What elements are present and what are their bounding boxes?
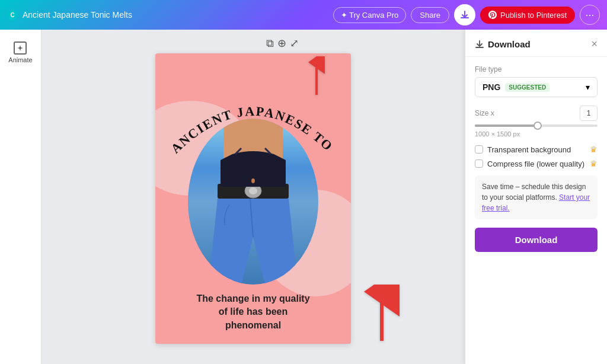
size-input[interactable]	[580, 106, 598, 121]
panel-title-row: Download	[475, 39, 531, 49]
svg-marker-0	[17, 45, 23, 51]
red-up-arrow-bottom	[361, 285, 402, 344]
canva-logo: C	[7, 9, 18, 20]
share-button[interactable]: Share	[411, 7, 449, 23]
pinterest-label: Publish to Pinterest	[500, 11, 567, 20]
chevron-down-icon: ▾	[586, 82, 590, 92]
duplicate-tool-button[interactable]: ⊕	[277, 37, 286, 50]
size-row: Size x	[475, 106, 598, 121]
suggested-badge: SUGGESTED	[505, 83, 550, 92]
share-label: Share	[420, 11, 440, 20]
bottom-text: The change in my quality of life has bee…	[194, 292, 312, 332]
transparent-bg-checkbox[interactable]	[475, 145, 483, 154]
try-canva-label: ✦ Try Canva Pro	[341, 11, 399, 20]
promo-box: Save time – schedule this design to your…	[475, 175, 598, 219]
panel-body: File type PNG SUGGESTED ▾ Size x	[465, 57, 607, 260]
nav-title: Ancient Japanese Tonic Melts	[23, 10, 132, 20]
compress-checkbox[interactable]	[475, 159, 483, 168]
transparent-bg-left: Transparent background	[475, 145, 571, 154]
file-type-label: File type	[475, 65, 598, 74]
oval-image	[188, 119, 318, 285]
size-slider-container[interactable]	[475, 124, 598, 127]
body-illustration	[188, 119, 318, 285]
size-slider-fill	[475, 124, 536, 127]
transparent-bg-row: Transparent background ♛	[475, 145, 598, 154]
panel-header: Download ×	[465, 30, 607, 57]
compress-crown-icon: ♛	[590, 159, 598, 168]
file-type-value: PNG	[483, 82, 500, 92]
annotation-arrow-top	[302, 56, 331, 100]
transparent-bg-crown-icon: ♛	[590, 145, 598, 154]
copy-tool-button[interactable]: ⧉	[266, 37, 274, 50]
download-panel: Download × File type PNG SUGGESTED ▾ Siz…	[465, 30, 607, 364]
top-nav: C Ancient Japanese Tonic Melts ✦ Try Can…	[0, 0, 607, 30]
nav-right: ✦ Try Canva Pro Share Publish to Pintere…	[333, 4, 600, 25]
svg-point-6	[251, 178, 255, 183]
file-type-select[interactable]: PNG SUGGESTED ▾	[475, 77, 598, 97]
download-icon	[460, 10, 469, 20]
sparkle-icon	[17, 44, 24, 52]
size-px-label: 1000 × 1500 px	[475, 130, 598, 138]
animate-icon	[14, 41, 27, 55]
size-slider-thumb[interactable]	[533, 122, 542, 130]
svg-point-5	[249, 187, 257, 194]
file-type-left: PNG SUGGESTED	[483, 82, 550, 92]
main-area: Animate ⧉ ⊕ ⤢ ANCIENT JAPANESE TONIC M	[0, 30, 607, 364]
expand-tool-button[interactable]: ⤢	[290, 37, 299, 50]
compress-left: Compress file (lower quality)	[475, 159, 584, 168]
animate-label: Animate	[8, 56, 32, 63]
transparent-bg-label: Transparent background	[487, 145, 571, 154]
panel-title: Download	[488, 39, 531, 49]
canvas-area: ⧉ ⊕ ⤢ ANCIENT JAPANESE TONIC MELTS	[41, 30, 465, 364]
pinterest-button[interactable]: Publish to Pinterest	[480, 7, 575, 24]
annotation-arrow-bottom	[361, 285, 402, 346]
size-label: Size x	[475, 109, 494, 117]
compress-label: Compress file (lower quality)	[487, 159, 584, 168]
download-button[interactable]: Download	[475, 228, 598, 252]
animate-button[interactable]: Animate	[5, 37, 36, 68]
nav-left: C Ancient Japanese Tonic Melts	[7, 9, 132, 20]
canvas-tools: ⧉ ⊕ ⤢	[266, 37, 299, 50]
panel-close-button[interactable]: ×	[591, 38, 598, 50]
download-panel-icon	[475, 40, 484, 49]
size-slider-track	[475, 124, 598, 127]
left-sidebar: Animate	[0, 30, 41, 364]
nav-download-button[interactable]	[454, 4, 475, 25]
more-options-button[interactable]: ···	[580, 5, 600, 25]
more-dots-icon: ···	[585, 9, 594, 21]
compress-row: Compress file (lower quality) ♛	[475, 159, 598, 168]
try-canva-button[interactable]: ✦ Try Canva Pro	[333, 7, 407, 23]
red-up-arrow-top	[302, 56, 331, 98]
pinterest-icon	[488, 11, 497, 19]
